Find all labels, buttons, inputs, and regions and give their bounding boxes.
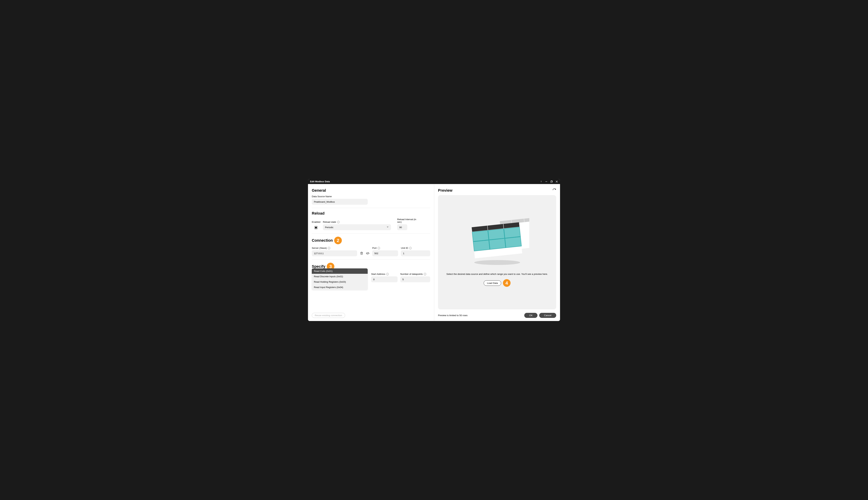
close-icon[interactable] — [556, 180, 558, 183]
step-badge-4: 4 — [503, 279, 511, 287]
info-icon[interactable]: i — [328, 247, 330, 249]
reload-state-select[interactable]: Periodic — [323, 224, 391, 230]
server-input[interactable] — [312, 250, 357, 256]
left-panel: General Data Source Name Reload Enabled … — [308, 184, 434, 321]
info-icon[interactable]: i — [409, 247, 412, 249]
info-icon[interactable]: i — [424, 273, 426, 275]
dropdown-item[interactable]: Read Input Registers (0x04) — [312, 285, 368, 290]
right-footer: Preview is limited to 50 rows OK Cancel — [438, 313, 556, 318]
chevron-down-icon — [386, 226, 389, 229]
divider — [312, 208, 430, 208]
start-address-label: Start Address i — [371, 273, 398, 275]
svg-line-5 — [367, 252, 368, 254]
svg-rect-18 — [473, 240, 490, 251]
port-input[interactable] — [372, 250, 398, 256]
unit-id-label: Unit ID i — [401, 247, 430, 249]
info-icon[interactable]: i — [337, 221, 340, 223]
info-icon[interactable]: i — [378, 247, 380, 249]
function-code-dropdown: Read Coils (0x01) Read Discrete Inputs (… — [312, 269, 368, 290]
step-badge-2: 2 — [334, 237, 342, 244]
dropdown-item[interactable]: Read Discrete Inputs (0x02) — [312, 274, 368, 279]
dialog-content: General Data Source Name Reload Enabled … — [308, 184, 560, 321]
svg-point-6 — [474, 260, 520, 265]
svg-rect-9 — [524, 218, 529, 222]
dropdown-item[interactable]: Read Holding Registers (0x03) — [312, 279, 368, 285]
preview-limit-text: Preview is limited to 50 rows — [438, 314, 468, 317]
dialog-window: Edit Modbus Data General Data Source Nam… — [308, 179, 560, 321]
minimize-icon[interactable] — [545, 180, 548, 183]
cancel-button[interactable]: Cancel — [539, 313, 556, 318]
svg-rect-16 — [488, 229, 504, 240]
num-datapoints-label: Number of datapoints i — [400, 273, 430, 275]
svg-rect-2 — [551, 181, 552, 182]
port-label: Port i — [372, 247, 398, 249]
titlebar: Edit Modbus Data — [308, 179, 560, 184]
maximize-icon[interactable] — [550, 180, 553, 183]
reload-heading: Reload — [312, 211, 430, 216]
window-title: Edit Modbus Data — [310, 180, 330, 183]
info-icon[interactable]: i — [386, 273, 389, 275]
unit-id-input[interactable] — [401, 250, 430, 256]
refresh-icon[interactable] — [552, 188, 556, 193]
data-source-name-input[interactable] — [312, 199, 368, 205]
svg-rect-19 — [489, 238, 505, 249]
connection-heading: Connection 2 — [312, 237, 430, 244]
svg-rect-17 — [504, 227, 520, 238]
num-datapoints-input[interactable] — [400, 276, 430, 282]
ok-button[interactable]: OK — [524, 313, 537, 318]
svg-rect-15 — [472, 230, 489, 241]
preview-placeholder: Select the desired data source and defin… — [438, 195, 556, 309]
preview-heading: Preview — [438, 188, 453, 193]
svg-rect-20 — [505, 237, 521, 248]
preview-message: Select the desired data source and defin… — [446, 273, 548, 276]
enabled-label: Enabled — [312, 221, 320, 223]
preview-illustration — [465, 218, 529, 268]
dropdown-item[interactable]: Read Coils (0x01) — [312, 269, 368, 274]
divider — [312, 259, 430, 260]
reuse-connection-button[interactable]: Reuse existing connection — [312, 313, 345, 318]
help-icon[interactable] — [540, 180, 542, 183]
server-label: Server (Slave) i — [312, 247, 357, 249]
general-heading: General — [312, 188, 430, 193]
trash-icon[interactable] — [360, 252, 363, 255]
enabled-checkbox[interactable] — [315, 226, 318, 229]
window-controls — [540, 180, 558, 183]
reload-state-label: Reload state i — [323, 221, 391, 223]
data-source-name-label: Data Source Name — [312, 195, 430, 198]
left-footer: Reuse existing connection — [312, 313, 345, 318]
code-icon[interactable] — [366, 252, 369, 255]
divider — [312, 233, 430, 234]
start-address-input[interactable] — [371, 276, 398, 282]
reload-interval-input[interactable] — [397, 224, 407, 230]
right-panel: Preview — [434, 184, 560, 321]
load-data-button[interactable]: Load Data — [484, 280, 501, 286]
reload-interval-label: Reload Interval (in sec) — [397, 218, 420, 223]
